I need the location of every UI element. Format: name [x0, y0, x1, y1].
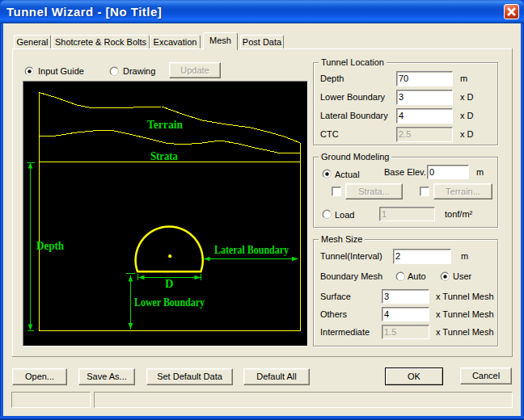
- svg-text:Depth: Depth: [36, 239, 64, 252]
- svg-text:D: D: [165, 277, 173, 290]
- svg-text:Lateral Boundary: Lateral Boundary: [214, 244, 289, 256]
- svg-text:Lower Boundary: Lower Boundary: [134, 296, 205, 309]
- svg-text:Terrain: Terrain: [147, 118, 183, 131]
- svg-text:Strata: Strata: [150, 149, 179, 162]
